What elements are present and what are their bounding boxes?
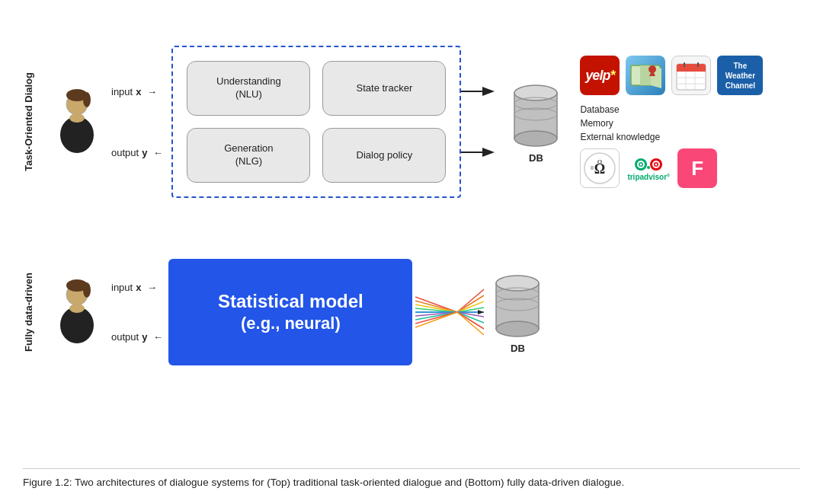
svg-point-37 [655,163,658,165]
svg-text:II: II [591,165,594,171]
svg-point-64 [496,276,539,291]
svg-point-33 [640,163,642,165]
svg-point-43 [69,304,85,313]
bottom-section-label: Fully data-driven [23,273,44,352]
main-container: Task-Oriented Dialog input x → output y … [0,0,823,504]
mid-info-row: Database Memory External knowledge [580,103,660,144]
db-cylinder-top [511,81,560,149]
calendar-icon [671,56,711,95]
input-label-top: input x → [111,86,165,97]
top-flow-arrows [461,46,499,198]
output-arrow-bottom: ← [150,331,165,343]
right-icons: yelp* [580,56,763,188]
svg-point-4 [69,113,85,123]
bottom-icons-row: Ω Ω II [580,148,717,188]
dialog-policy-box: Dialog policy [322,128,446,183]
person-icon-bottom [50,278,104,346]
person-icon-top [50,88,104,156]
bottom-section: Fully data-driven input x → output y ← S… [23,236,800,388]
svg-line-55 [457,301,484,312]
map-icon [626,56,665,95]
output-arrow-top: ← [150,147,165,158]
top-section-label: Task-Oriented Dialog [23,72,44,171]
db-label-top: DB [529,152,543,164]
db-cylinder-bottom [493,271,542,340]
top-section: Task-Oriented Dialog input x → output y … [23,15,800,228]
weather-channel-icon: The Weather Channel [717,56,763,95]
yelp-icon: yelp* [580,56,620,95]
svg-point-38 [647,166,650,169]
svg-text:Ω: Ω [597,159,603,166]
state-tracker-box: State tracker [322,61,446,116]
input-arrow-top: → [144,86,159,97]
svg-line-59 [457,312,484,323]
io-labels-top: input x → output y ← [111,61,165,183]
output-label-top: output y ← [111,147,165,158]
neural-wires [415,274,484,350]
db-mem-label: Database Memory External knowledge [580,103,660,144]
io-labels-bottom: input x → output y ← [111,263,165,362]
top-arrows-area [461,46,499,198]
statistical-model-box: Statistical model (e.g., neural) [168,259,412,365]
svg-marker-62 [478,310,484,314]
input-arrow-bottom: → [144,282,159,293]
svg-point-9 [514,131,557,146]
svg-point-2 [83,92,91,107]
svg-point-8 [514,85,557,100]
output-label-bottom: output y ← [111,331,165,343]
svg-point-41 [83,282,91,298]
wikipedia-icon: Ω Ω II [580,148,620,188]
dashed-flow-box: Understanding(NLU) State tracker Generat… [171,46,461,198]
input-label-bottom: input x → [111,282,165,293]
db-container-top: DB [511,81,560,164]
caption: Figure 1.2: Two architectures of dialogu… [23,468,800,490]
foursquare-icon: F [677,148,717,188]
svg-rect-19 [677,69,706,72]
db-label-bottom: DB [511,343,525,354]
db-container-bottom: DB [493,271,542,354]
top-icons-row: yelp* [580,56,763,95]
tripadvisor-icon: tripadvisor° [627,156,670,181]
nlu-box: Understanding(NLU) [187,61,310,116]
svg-point-65 [496,321,539,337]
nlg-box: Generation(NLG) [187,128,310,183]
